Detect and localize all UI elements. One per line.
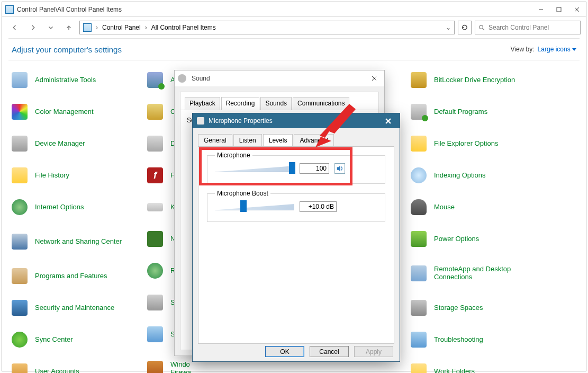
ok-button[interactable]: OK <box>265 346 304 357</box>
viewby-label: View by: <box>510 46 534 53</box>
close-button[interactable] <box>568 4 586 15</box>
search-input[interactable] <box>489 24 577 31</box>
item-work-folders[interactable]: Work Folders <box>410 362 545 373</box>
sound-close-button[interactable] <box>367 72 381 85</box>
search-box[interactable] <box>475 21 581 34</box>
back-button[interactable] <box>7 20 22 35</box>
page-title: Adjust your computer's settings <box>12 45 122 54</box>
item-security-maintenance[interactable]: Security and Maintenance <box>11 299 132 317</box>
annotation-highlight <box>199 147 352 185</box>
refresh-button[interactable] <box>458 21 472 34</box>
item-device-manager[interactable]: Device Manager <box>11 135 132 153</box>
dialog-buttons: OK Cancel Apply <box>193 346 400 357</box>
slider-thumb[interactable] <box>240 200 247 212</box>
sound-title: Sound <box>191 75 363 82</box>
window-title: Control Panel\All Control Panel Items <box>17 6 122 13</box>
item-troubleshooting[interactable]: Troubleshooting <box>410 331 545 349</box>
item-indexing-options[interactable]: Indexing Options <box>410 166 545 184</box>
tab-playback[interactable]: Playback <box>185 97 220 110</box>
item-mouse[interactable]: Mouse <box>410 198 545 216</box>
cancel-button[interactable]: Cancel <box>310 346 349 357</box>
tab-levels[interactable]: Levels <box>263 134 293 147</box>
svg-marker-13 <box>320 104 356 138</box>
control-panel-icon <box>5 5 14 14</box>
item-file-explorer-options[interactable]: File Explorer Options <box>410 135 545 153</box>
search-icon <box>478 24 485 31</box>
apply-button: Apply <box>354 346 393 357</box>
control-panel-icon <box>83 23 92 32</box>
speaker-icon <box>178 74 186 83</box>
tab-general[interactable]: General <box>198 134 232 147</box>
chevron-right-icon: › <box>95 24 99 31</box>
navigation-bar: › Control Panel › All Control Panel Item… <box>2 17 586 38</box>
address-bar[interactable]: › Control Panel › All Control Panel Item… <box>79 21 455 34</box>
tab-recording[interactable]: Recording <box>221 97 260 110</box>
up-button[interactable] <box>61 20 76 35</box>
item-power-options[interactable]: Power Options <box>410 230 545 248</box>
item-file-history[interactable]: File History <box>11 166 132 184</box>
item-programs-features[interactable]: Programs and Features <box>11 267 132 285</box>
item-internet-options[interactable]: Internet Options <box>11 198 132 216</box>
breadcrumb-item[interactable]: Control Panel <box>102 24 141 31</box>
svg-rect-1 <box>557 7 561 12</box>
mic-close-button[interactable] <box>378 114 397 127</box>
sound-titlebar[interactable]: Sound <box>175 70 384 86</box>
window-titlebar: Control Panel\All Control Panel Items <box>2 2 586 17</box>
tab-listen[interactable]: Listen <box>233 134 262 147</box>
annotation-arrow <box>315 104 358 147</box>
chevron-right-icon: › <box>144 24 148 31</box>
tab-sounds[interactable]: Sounds <box>260 97 292 110</box>
minimize-button[interactable] <box>532 4 550 15</box>
item-administrative-tools[interactable]: Administrative Tools <box>11 71 132 89</box>
svg-marker-7 <box>572 48 576 51</box>
svg-marker-14 <box>315 137 331 147</box>
recent-dropdown[interactable] <box>43 20 58 35</box>
item-color-management[interactable]: Color Management <box>11 103 132 121</box>
svg-point-5 <box>480 25 483 29</box>
item-network-sharing[interactable]: Network and Sharing Center <box>11 230 132 253</box>
chevron-down-icon[interactable]: ⌄ <box>446 24 451 31</box>
mic-tabs: General Listen Levels Advanced <box>193 128 400 146</box>
item-bitlocker[interactable]: BitLocker Drive Encryption <box>410 71 545 89</box>
item-sync-center[interactable]: Sync Center <box>11 331 132 349</box>
maximize-button[interactable] <box>550 4 568 15</box>
forward-button[interactable] <box>25 20 40 35</box>
viewby-dropdown[interactable]: Large icons <box>538 46 576 53</box>
item-remoteapp[interactable]: RemoteApp and Desktop Connections <box>410 262 545 285</box>
boost-slider[interactable] <box>215 201 294 212</box>
view-bar: Adjust your computer's settings View by:… <box>2 39 586 60</box>
mic-titlebar[interactable]: Microphone Properties <box>193 113 400 128</box>
breadcrumb-item[interactable]: All Control Panel Items <box>151 24 216 31</box>
svg-line-6 <box>483 28 484 30</box>
microphone-icon <box>197 117 204 125</box>
item-user-accounts[interactable]: User Accounts <box>11 362 132 373</box>
item-storage-spaces[interactable]: Storage Spaces <box>410 299 545 317</box>
boost-value[interactable] <box>300 201 337 212</box>
boost-label: Microphone Boost <box>215 190 270 197</box>
microphone-boost-group: Microphone Boost <box>207 193 385 222</box>
item-default-programs[interactable]: Default Programs <box>410 103 545 121</box>
